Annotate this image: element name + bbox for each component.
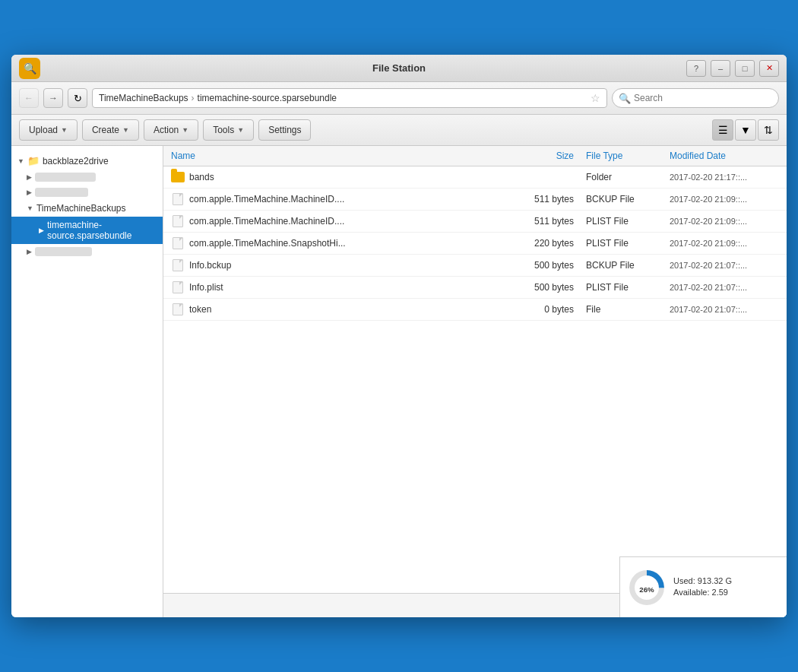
blurred-label-3 — [35, 247, 92, 256]
expand-arrow-selected-icon: ▶ — [39, 227, 44, 234]
file-name-label: com.apple.TimeMachine.MachineID.... — [189, 194, 344, 204]
storage-used: Used: 913.32 G — [673, 576, 732, 585]
sidebar-timemachine-label: TimeMachineBackups — [36, 203, 126, 214]
folder-icon: 📁 — [27, 155, 40, 166]
table-row[interactable]: bands Folder 2017-02-20 21:17::... — [163, 166, 787, 189]
table-row[interactable]: Info.bckup 500 bytes BCKUP File 2017-02-… — [163, 255, 787, 277]
file-modified-date: 2017-02-20 21:17::... — [665, 173, 787, 182]
sidebar-item-timemachine[interactable]: ▼ TimeMachineBackups — [11, 200, 163, 217]
minimize-button[interactable]: – — [711, 60, 730, 77]
table-row[interactable]: com.apple.TimeMachine.MachineID.... 511 … — [163, 189, 787, 211]
sidebar-item-sparsebundle[interactable]: ▶ timemachine-source.sparsebundle — [11, 217, 163, 244]
column-header-type[interactable]: File Type — [581, 151, 665, 161]
file-table-header: Name Size File Type Modified Date — [163, 146, 787, 166]
title-bar: File Station ? – □ ✕ — [11, 55, 787, 82]
expand-arrow-icon: ▶ — [27, 248, 32, 255]
tools-arrow-icon: ▼ — [237, 126, 244, 134]
main-content: ▼ 📁 backblaze2drive ▶ ▶ ▼ TimeMachineBac… — [11, 146, 787, 617]
file-name: Info.bckup — [163, 258, 505, 272]
search-input[interactable] — [634, 93, 772, 103]
back-button[interactable]: ← — [19, 88, 39, 108]
file-type-label: Folder — [581, 172, 665, 182]
table-row[interactable]: com.apple.TimeMachine.SnapshotHi... 220 … — [163, 233, 787, 255]
sidebar-item-blurred-3[interactable]: ▶ — [11, 244, 163, 259]
search-bar: 🔍 — [612, 88, 779, 108]
file-rows: bands Folder 2017-02-20 21:17::... com.a… — [163, 166, 787, 593]
file-name: com.apple.TimeMachine.MachineID.... — [163, 214, 505, 228]
file-type-label: BCKUP File — [581, 194, 665, 204]
navigation-toolbar: ← → ↻ TimeMachineBackups › timemachine-s… — [11, 82, 787, 115]
file-modified-date: 2017-02-20 21:07::... — [665, 283, 787, 292]
upload-button[interactable]: Upload ▼ — [19, 119, 78, 141]
storage-widget: 26% Used: 913.32 G Available: 2.59 — [619, 556, 787, 617]
tools-label: Tools — [213, 125, 234, 135]
sidebar: ▼ 📁 backblaze2drive ▶ ▶ ▼ TimeMachineBac… — [11, 146, 163, 617]
window-title: File Station — [372, 62, 426, 74]
table-row[interactable]: Info.plist 500 bytes PLIST File 2017-02-… — [163, 277, 787, 299]
file-list: Name Size File Type Modified Date bands … — [163, 146, 787, 617]
refresh-button[interactable]: ↻ — [68, 88, 87, 108]
forward-button[interactable]: → — [43, 88, 63, 108]
file-name-label: com.apple.TimeMachine.MachineID.... — [189, 216, 344, 227]
file-modified-date: 2017-02-20 21:09::... — [665, 195, 787, 204]
column-header-size[interactable]: Size — [505, 151, 581, 161]
file-icon — [173, 303, 183, 315]
sidebar-item-blurred-1[interactable]: ▶ — [11, 170, 163, 185]
file-icon — [173, 281, 183, 293]
file-name-label: Info.bckup — [189, 260, 231, 271]
bookmark-star-icon[interactable]: ☆ — [591, 92, 600, 104]
breadcrumb-path[interactable]: TimeMachineBackups — [99, 93, 188, 103]
question-button[interactable]: ? — [686, 60, 706, 77]
sidebar-item-blurred-2[interactable]: ▶ — [11, 185, 163, 200]
settings-button[interactable]: Settings — [258, 119, 311, 141]
file-modified-date: 2017-02-20 21:09::... — [665, 217, 787, 226]
storage-available: Available: 2.59 — [673, 588, 732, 597]
file-size: 511 bytes — [505, 194, 581, 204]
breadcrumb-bar: TimeMachineBackups › timemachine-source.… — [92, 88, 607, 108]
create-button[interactable]: Create ▼ — [82, 119, 139, 141]
action-arrow-icon: ▼ — [182, 126, 188, 134]
create-label: Create — [92, 125, 119, 135]
file-name-label: bands — [189, 172, 214, 182]
sort-button[interactable]: ⇅ — [758, 119, 779, 141]
file-name: Info.plist — [163, 281, 505, 294]
upload-label: Upload — [29, 125, 58, 135]
breadcrumb-current[interactable]: timemachine-source.sparsebundle — [198, 93, 337, 103]
list-view-button[interactable]: ☰ — [712, 119, 733, 141]
action-button[interactable]: Action ▼ — [144, 119, 198, 141]
blurred-label-1 — [35, 173, 96, 182]
blurred-label-2 — [35, 188, 88, 197]
file-type-label: File — [581, 304, 665, 315]
expand-arrow-icon: ▶ — [27, 189, 32, 196]
tools-button[interactable]: Tools ▼ — [203, 119, 254, 141]
table-row[interactable]: com.apple.TimeMachine.MachineID.... 511 … — [163, 211, 787, 233]
file-station-window: File Station ? – □ ✕ ← → ↻ TimeMachineBa… — [11, 55, 787, 617]
file-modified-date: 2017-02-20 21:07::... — [665, 261, 787, 270]
close-button[interactable]: ✕ — [759, 60, 779, 77]
settings-label: Settings — [268, 125, 301, 135]
sidebar-selected-label: timemachine-source.sparsebundle — [47, 220, 157, 241]
table-row[interactable]: token 0 bytes File 2017-02-20 21:07::... — [163, 299, 787, 321]
file-icon — [173, 237, 183, 249]
storage-info: Used: 913.32 G Available: 2.59 — [673, 576, 732, 599]
folder-icon — [171, 172, 185, 182]
file-size: 500 bytes — [505, 282, 581, 293]
maximize-button[interactable]: □ — [735, 60, 755, 77]
column-header-date[interactable]: Modified Date — [665, 151, 787, 161]
window-controls: ? – □ ✕ — [686, 60, 779, 77]
file-modified-date: 2017-02-20 21:09::... — [665, 239, 787, 248]
sidebar-root-label: backblaze2drive — [43, 156, 109, 166]
column-header-name[interactable]: Name — [163, 151, 505, 161]
file-size: 500 bytes — [505, 260, 581, 271]
file-name-label: token — [189, 304, 211, 315]
view-toggle-buttons: ☰ ▼ ⇅ — [712, 119, 779, 141]
file-type-icon — [171, 281, 185, 294]
file-size: 0 bytes — [505, 304, 581, 315]
create-arrow-icon: ▼ — [122, 126, 129, 134]
file-type-icon — [171, 303, 185, 316]
view-dropdown-button[interactable]: ▼ — [735, 119, 756, 141]
breadcrumb-separator: › — [192, 93, 195, 103]
file-type-icon — [171, 236, 185, 250]
sidebar-item-root[interactable]: ▼ 📁 backblaze2drive — [11, 152, 163, 170]
file-type-label: PLIST File — [581, 216, 665, 227]
